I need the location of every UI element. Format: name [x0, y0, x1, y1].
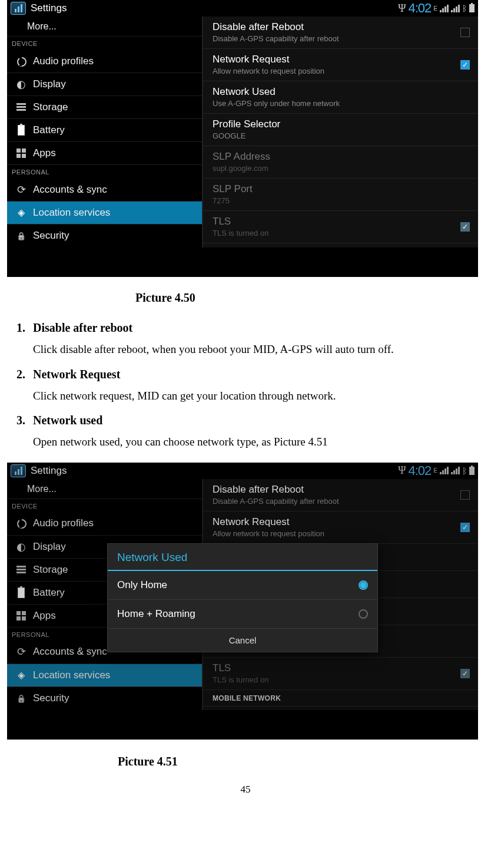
data-indicator: E: [433, 5, 437, 12]
checkbox-unchecked[interactable]: [460, 490, 470, 500]
battery-icon: [15, 124, 27, 136]
apps-icon: [15, 147, 27, 159]
sidebar-item-battery[interactable]: Battery: [7, 582, 202, 605]
sidebar-header-personal: PERSONAL: [7, 165, 202, 178]
usb-icon: Ψ: [398, 2, 406, 15]
sidebar-item-audio[interactable]: Audio profiles: [7, 512, 202, 535]
setting-network-request[interactable]: Network Request Allow network to request…: [203, 511, 478, 544]
setting-subtitle: Disable A-GPS capability after reboot: [213, 34, 460, 44]
sidebar-item-security[interactable]: Security: [7, 687, 202, 710]
setting-network-used[interactable]: [203, 544, 478, 571]
sidebar-item-label: Display: [33, 78, 66, 90]
sidebar-item-storage[interactable]: Storage: [7, 96, 202, 119]
screenshot-4-50: Settings Ψ 4:02 E ᛒ More... DEVICE Audio…: [7, 0, 478, 277]
screenshot-4-51: Settings Ψ 4:02 E ᛒ More... DEVICE Audio…: [7, 463, 478, 740]
status-bar: Settings Ψ 4:02 E ᛒ: [7, 463, 478, 479]
setting-title: Disable after Reboot: [213, 484, 460, 496]
category-mobile-network: MOBILE NETWORK: [203, 243, 478, 247]
setting-title: Profile Selector: [213, 118, 470, 130]
figure-caption-4-51: Picture 4.51: [118, 755, 491, 768]
setting-profile-selector[interactable]: Profile Selector GOOGLE: [203, 114, 478, 146]
figure-caption-4-50: Picture 4.50: [135, 291, 491, 305]
category-mobile-network: MOBILE NETWORK: [203, 690, 478, 707]
settings-app-icon: [11, 464, 26, 477]
setting-title: SLP Port: [213, 630, 470, 642]
setting-subtitle: Allow network to request position: [213, 67, 460, 76]
setting-subtitle: GOOGLE: [213, 131, 470, 141]
setting-network-request[interactable]: Network Request Allow network to request…: [203, 49, 478, 81]
usb-icon: Ψ: [398, 464, 406, 477]
setting-disable-reboot[interactable]: Disable after Reboot Disable A-GPS capab…: [203, 479, 478, 511]
sidebar-item-label: More...: [27, 21, 57, 32]
sidebar-item-label: Battery: [33, 587, 65, 599]
setting-disable-reboot[interactable]: Disable after Reboot Disable A-GPS capab…: [203, 16, 478, 49]
setting-tls: TLS TLS is turned on: [203, 658, 478, 690]
settings-app-icon: [11, 2, 26, 15]
audio-icon: [15, 55, 27, 67]
sidebar-item-location[interactable]: Location services: [7, 202, 202, 225]
page-number: 45: [0, 784, 491, 796]
apps-icon: [15, 610, 27, 622]
storage-icon: [15, 564, 27, 576]
sidebar-item-label: Location services: [33, 207, 110, 219]
item-body: Click network request, MID can get your …: [33, 388, 491, 404]
setting-subtitle: Disable A-GPS capability after reboot: [213, 497, 460, 506]
signal-icon-2: [451, 467, 460, 474]
sidebar-item-display[interactable]: Display: [7, 536, 202, 559]
sidebar-item-more[interactable]: More...: [7, 479, 202, 499]
settings-sidebar: More... DEVICE Audio profiles Display St…: [7, 479, 203, 710]
setting-subtitle: TLS is turned on: [213, 675, 460, 685]
app-title: Settings: [31, 465, 67, 477]
setting-network-used[interactable]: Network Used Use A-GPS only under home n…: [203, 81, 478, 114]
setting-slp-port: SLP Port 7275: [203, 625, 478, 658]
sidebar-item-apps[interactable]: Apps: [7, 142, 202, 165]
battery-icon: [469, 467, 475, 475]
setting-subtitle: 7275: [213, 196, 470, 206]
list-item-1: Disable after reboot Click disable after…: [28, 321, 491, 357]
sidebar-item-storage[interactable]: Storage: [7, 559, 202, 582]
sidebar-item-label: Battery: [33, 124, 65, 136]
setting-profile-selector[interactable]: [203, 571, 478, 598]
item-title: Network used: [33, 414, 102, 427]
sidebar-item-location[interactable]: Location services: [7, 664, 202, 687]
sidebar-header-personal: PERSONAL: [7, 628, 202, 641]
sidebar-item-label: Storage: [33, 564, 68, 576]
sidebar-header-device: DEVICE: [7, 37, 202, 49]
sidebar-item-label: Audio profiles: [33, 55, 94, 67]
sidebar-item-label: Accounts & sync: [33, 184, 107, 196]
sync-icon: [15, 646, 27, 658]
sidebar-item-battery[interactable]: Battery: [7, 119, 202, 142]
setting-tls: TLS TLS is turned on: [203, 211, 478, 243]
sidebar-item-audio[interactable]: Audio profiles: [7, 49, 202, 72]
setting-slp-address: SLP Address supl.google.com: [203, 146, 478, 179]
sidebar-item-label: Apps: [33, 147, 56, 159]
sidebar-item-accounts[interactable]: Accounts & sync: [7, 178, 202, 201]
audio-icon: [15, 517, 27, 529]
checkbox-checked[interactable]: [460, 523, 470, 532]
storage-icon: [15, 101, 27, 113]
setting-title: Disable after Reboot: [213, 21, 460, 33]
item-body: Click disable after reboot, when you reb…: [33, 342, 491, 357]
sidebar-item-more[interactable]: More...: [7, 16, 202, 37]
setting-title: SLP Address: [213, 151, 470, 163]
signal-icon: [440, 467, 449, 474]
sidebar-item-apps[interactable]: Apps: [7, 605, 202, 628]
sidebar-item-label: Audio profiles: [33, 517, 94, 529]
nav-bar: [7, 247, 478, 277]
list-item-2: Network Request Click network request, M…: [28, 368, 491, 404]
sidebar-item-security[interactable]: Security: [7, 225, 202, 247]
sidebar-item-label: Apps: [33, 610, 56, 622]
sidebar-item-label: Security: [33, 230, 69, 242]
settings-content: Disable after Reboot Disable A-GPS capab…: [203, 16, 478, 247]
checkbox-unchecked[interactable]: [460, 28, 470, 37]
sidebar-item-display[interactable]: Display: [7, 73, 202, 96]
battery-icon: [469, 4, 475, 12]
setting-title: Network Request: [213, 54, 460, 65]
checkbox-checked[interactable]: [460, 60, 470, 70]
display-icon: [15, 78, 27, 90]
sidebar-item-label: Display: [33, 541, 66, 553]
sidebar-item-label: Accounts & sync: [33, 646, 107, 658]
setting-title: TLS: [213, 216, 460, 227]
sidebar-item-accounts[interactable]: Accounts & sync: [7, 641, 202, 664]
setting-title: Network Request: [213, 516, 460, 528]
